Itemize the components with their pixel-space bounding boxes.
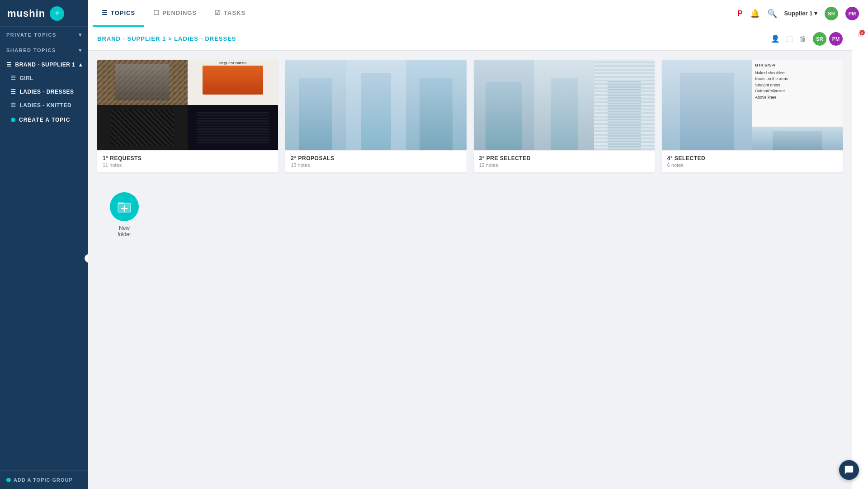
girl-icon: ☰ bbox=[11, 75, 16, 81]
avatar-group: SR PM bbox=[813, 32, 843, 46]
new-folder-icon bbox=[110, 192, 139, 221]
right-panel-notification-icon[interactable]: ✉ 0 bbox=[858, 32, 863, 39]
sidebar-item-ladies-dresses[interactable]: ☰ LADIES - DRESSES bbox=[0, 85, 88, 99]
logo-text: mushin bbox=[7, 8, 45, 19]
ladies-knitted-icon: ☰ bbox=[11, 102, 16, 109]
tab-pendings[interactable]: ☐ PENDINGS bbox=[144, 0, 206, 27]
card-proposals-title: 2° PROPOSALS bbox=[291, 155, 461, 161]
card-selected-info: 4° SELECTED 6 notes bbox=[662, 150, 843, 172]
card-proposals-images bbox=[285, 60, 466, 150]
sidebar-item-ladies-knitted[interactable]: ☰ LADIES - KNITTED bbox=[0, 99, 88, 112]
product-sku: GTK 675-V bbox=[755, 62, 840, 69]
presel-img-2 bbox=[534, 60, 594, 150]
nav-tabs: ☰ TOPICS ☐ PENDINGS ☑ TASKS bbox=[88, 0, 738, 27]
card-img-cell-2: REQUEST DRESS bbox=[188, 60, 278, 105]
selected-img-main bbox=[662, 60, 752, 150]
card-requests[interactable]: REQUEST DRESS 1° REQUESTS 11 notes bbox=[97, 60, 278, 172]
content-area: BRAND - SUPPLIER 1 > LADIES - DRESSES 👤 … bbox=[88, 27, 852, 489]
card-preselected-info: 3° PRE SELECTED 12 notes bbox=[474, 150, 655, 172]
presel-img-3 bbox=[594, 60, 654, 150]
top-nav: mushin + ☰ TOPICS ☐ PENDINGS ☑ TASKS P 🔔… bbox=[0, 0, 868, 27]
sidebar-item-girl[interactable]: ☰ GIRL bbox=[0, 71, 88, 85]
card-preselected-title: 3° PRE SELECTED bbox=[479, 155, 649, 161]
breadcrumb-actions: 👤 ⬚ 🗑 SR PM bbox=[771, 32, 843, 46]
share-action-icon[interactable]: ⬚ bbox=[786, 34, 793, 43]
nav-right: P 🔔 🔍 Supplier 1 ▾ SR PM bbox=[738, 7, 868, 20]
card-preselected-images bbox=[474, 60, 655, 150]
notification-badge: 0 bbox=[859, 30, 865, 35]
card-selected-title: 4° SELECTED bbox=[667, 155, 837, 161]
shared-topics-header[interactable]: SHARED TOPICS ▾ bbox=[0, 43, 88, 58]
avatar-pm[interactable]: PM bbox=[845, 7, 859, 20]
card-proposals[interactable]: 2° PROPOSALS 15 notes bbox=[285, 60, 466, 172]
create-topic-dot bbox=[11, 118, 15, 122]
card-img-cell-4 bbox=[188, 105, 278, 150]
right-panel: ✉ 0 bbox=[852, 27, 868, 489]
brand-menu-icon: ☰ bbox=[6, 62, 12, 68]
avatar-sr[interactable]: SR bbox=[825, 7, 838, 20]
logo-area: mushin + bbox=[0, 0, 88, 27]
proposal-img-2 bbox=[346, 60, 406, 150]
private-topics-header[interactable]: PRIVATE TOPICS ▾ bbox=[0, 27, 88, 43]
private-topics-chevron: ▾ bbox=[79, 32, 82, 38]
create-topic-button[interactable]: CREATE A TOPIC bbox=[0, 112, 88, 128]
sidebar-item-brand-supplier[interactable]: ☰ BRAND - SUPPLIER 1 ▴ bbox=[0, 58, 88, 71]
card-preselected-notes: 12 notes bbox=[479, 162, 649, 168]
card-requests-info: 1° REQUESTS 11 notes bbox=[97, 150, 278, 172]
proposal-img-3 bbox=[406, 60, 466, 150]
logo-plus-button[interactable]: + bbox=[50, 6, 64, 21]
add-topic-group-button[interactable]: ADD A TOPIC GROUP bbox=[0, 470, 88, 489]
selected-img-2 bbox=[752, 127, 843, 150]
card-requests-notes: 11 notes bbox=[103, 162, 273, 168]
search-icon[interactable]: 🔍 bbox=[767, 9, 777, 19]
breadcrumb-bar: BRAND - SUPPLIER 1 > LADIES - DRESSES 👤 … bbox=[88, 27, 852, 51]
presel-img-1 bbox=[474, 60, 534, 150]
topics-icon: ☰ bbox=[102, 9, 108, 16]
card-pre-selected[interactable]: 3° PRE SELECTED 12 notes bbox=[474, 60, 655, 172]
card-selected-notes: 6 notes bbox=[667, 162, 837, 168]
selected-img-detail: GTK 675-V Naked shoulders Knots on the a… bbox=[752, 60, 843, 127]
main-layout: PRIVATE TOPICS ▾ SHARED TOPICS ▾ ☰ BRAND… bbox=[0, 27, 868, 489]
delete-action-icon[interactable]: 🗑 bbox=[799, 35, 807, 43]
breadcrumb-avatar-pm[interactable]: PM bbox=[829, 32, 843, 46]
tab-topics[interactable]: ☰ TOPICS bbox=[93, 0, 144, 27]
cards-row: REQUEST DRESS 1° REQUESTS 11 notes bbox=[97, 60, 843, 172]
tab-tasks[interactable]: ☑ TASKS bbox=[206, 0, 255, 27]
user-action-icon[interactable]: 👤 bbox=[771, 34, 780, 43]
notification-icon[interactable]: 🔔 bbox=[750, 9, 760, 19]
sidebar: PRIVATE TOPICS ▾ SHARED TOPICS ▾ ☰ BRAND… bbox=[0, 27, 88, 489]
card-proposals-info: 2° PROPOSALS 15 notes bbox=[285, 150, 466, 172]
card-proposals-notes: 15 notes bbox=[291, 162, 461, 168]
chat-button[interactable] bbox=[839, 460, 859, 480]
card-selected[interactable]: GTK 675-V Naked shoulders Knots on the a… bbox=[662, 60, 843, 172]
breadcrumb-avatar-sr[interactable]: SR bbox=[813, 32, 826, 46]
svg-rect-1 bbox=[118, 202, 124, 204]
tasks-icon: ☑ bbox=[215, 9, 221, 16]
card-img-cell-3 bbox=[97, 105, 188, 150]
shared-topics-chevron: ▾ bbox=[79, 47, 82, 53]
card-requests-title: 1° REQUESTS bbox=[103, 155, 273, 161]
ladies-dresses-icon: ☰ bbox=[11, 89, 16, 95]
card-img-cell-1 bbox=[97, 60, 188, 105]
new-folder-button[interactable]: Newfolder bbox=[97, 183, 151, 247]
breadcrumb: BRAND - SUPPLIER 1 > LADIES - DRESSES bbox=[97, 35, 236, 42]
supplier-label[interactable]: Supplier 1 ▾ bbox=[784, 10, 817, 17]
card-requests-images: REQUEST DRESS bbox=[97, 60, 278, 150]
card-selected-images: GTK 675-V Naked shoulders Knots on the a… bbox=[662, 60, 843, 150]
pinterest-icon[interactable]: P bbox=[738, 9, 743, 18]
grid-content: REQUEST DRESS 1° REQUESTS 11 notes bbox=[88, 51, 852, 489]
pendings-icon: ☐ bbox=[153, 9, 160, 16]
add-group-dot bbox=[6, 478, 11, 482]
proposal-img-1 bbox=[285, 60, 345, 150]
new-folder-label: Newfolder bbox=[118, 225, 131, 237]
